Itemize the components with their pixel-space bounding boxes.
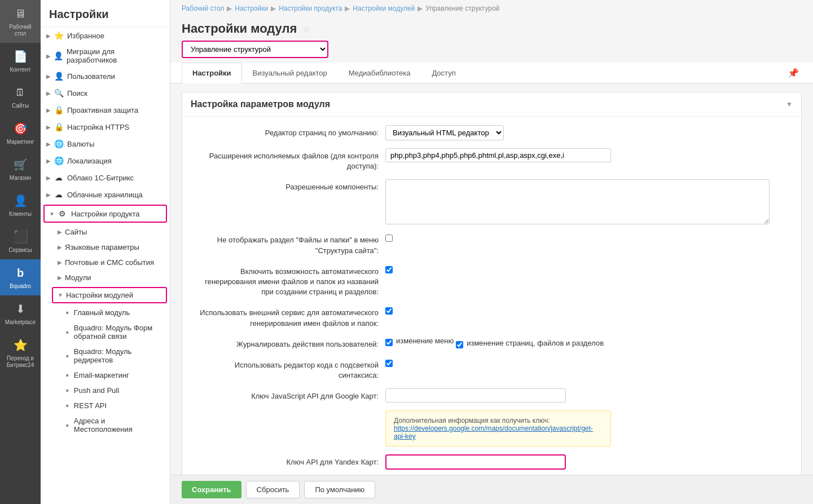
tab-visual-editor[interactable]: Визуальный редактор xyxy=(242,63,338,83)
sidebar-item-content[interactable]: 📄 Контент xyxy=(0,43,41,79)
sidebar-item-sites[interactable]: 🗓 Сайты xyxy=(0,79,41,115)
menu-item-addresses[interactable]: ■ Адреса и Местоположения xyxy=(41,413,170,437)
marketing-icon: 🎯 xyxy=(12,121,28,136)
arrow-icon: ▶ xyxy=(46,90,51,96)
code-editor-control xyxy=(385,357,790,367)
menu-item-product-settings[interactable]: ▼ ⚙ Настройки продукта xyxy=(45,206,166,222)
bitrix24-icon: ⭐ xyxy=(12,337,28,353)
breadcrumb-desktop[interactable]: Рабочий стол xyxy=(182,5,224,12)
menu-item-search[interactable]: ▶ 🔍 Поиск xyxy=(41,85,170,101)
favorites-icon: ⭐ xyxy=(54,30,64,41)
menu-item-bquadro-forms[interactable]: ■ Bquadro: Модуль Форм обратной связи xyxy=(41,320,170,344)
breadcrumb-module-settings[interactable]: Настройки модулей xyxy=(353,5,415,12)
sidebar-item-marketing[interactable]: 🎯 Маркетинг xyxy=(0,115,41,151)
auto-generate-label: Включить возможность автоматического ген… xyxy=(194,264,385,298)
settings-panel: Настройка параметров модуля ▼ Редактор с… xyxy=(182,92,802,475)
code-editor-checkbox[interactable] xyxy=(385,360,393,367)
menu-item-push-pull[interactable]: ■ Push and Pull xyxy=(41,383,170,398)
file-extensions-control xyxy=(385,148,790,162)
menu-item-module-settings[interactable]: ▼ Настройки модулей xyxy=(53,288,166,302)
google-maps-label: Ключ JavaScript API для Google Карт: xyxy=(194,388,385,401)
menu-item-rest-api[interactable]: ■ REST API xyxy=(41,398,170,413)
log-actions-label: Журналировать действия пользователей: xyxy=(194,337,385,350)
breadcrumb-product-settings[interactable]: Настройки продукта xyxy=(279,5,342,12)
allowed-components-textarea[interactable] xyxy=(385,179,770,224)
arrow-icon: ▶ xyxy=(46,73,51,79)
save-button[interactable]: Сохранить xyxy=(182,481,241,498)
hide-files-checkbox[interactable] xyxy=(385,235,393,242)
menu-item-users[interactable]: ▶ 👤 Пользователи xyxy=(41,68,170,85)
menu-item-migrations[interactable]: ▶ 👤 Миграции для разработчиков xyxy=(41,44,170,68)
external-service-checkbox[interactable] xyxy=(385,307,393,315)
file-extensions-row: Расширения исполняемых файлов (для контр… xyxy=(194,148,790,171)
google-info-link[interactable]: https://developers.google.com/maps/docum… xyxy=(394,425,593,440)
menu-item-mail-events[interactable]: ▶ Почтовые и СМС события xyxy=(41,255,170,270)
menu-item-favorites[interactable]: ▶ ⭐ Избранное xyxy=(41,27,170,44)
services-icon: ⬛ xyxy=(12,229,28,245)
sidebar-item-bitrix24[interactable]: ⭐ Переход в Битрикс24 xyxy=(0,331,41,374)
search-icon: 🔍 xyxy=(54,88,64,98)
page-header: Настройки модуля ☆ xyxy=(170,17,813,36)
google-maps-control xyxy=(385,388,790,403)
menu-item-main-module[interactable]: ■ Главный модуль xyxy=(41,305,170,320)
log-actions-row: Журналировать действия пользователей: из… xyxy=(194,337,790,350)
arrow-icon: ■ xyxy=(66,310,69,315)
menu-item-email-marketing[interactable]: ■ Email-маркетинг xyxy=(41,368,170,383)
default-button[interactable]: По умолчанию xyxy=(304,481,375,498)
arrow-icon: ▶ xyxy=(58,244,62,250)
menu-item-lang-params[interactable]: ▶ Языковые параметры xyxy=(41,240,170,255)
sidebar-item-clients[interactable]: 👤 Клиенты xyxy=(0,187,41,223)
pin-icon[interactable]: 📌 xyxy=(788,68,799,78)
menu-item-currency[interactable]: ▶ 🌐 Валюты xyxy=(41,135,170,152)
sidebar-item-bquadro[interactable]: b Bquadro xyxy=(0,259,41,295)
yandex-maps-label: Ключ API для Yandex Карт: xyxy=(194,454,385,467)
auto-generate-checkbox[interactable] xyxy=(385,266,393,273)
log-menu-label: изменение меню xyxy=(385,337,454,346)
breadcrumb-current: Управление структурой xyxy=(425,5,499,12)
settings-panel-header: Настройка параметров модуля ▼ xyxy=(182,92,801,117)
arrow-icon: ▶ xyxy=(46,33,51,39)
menu-item-modules[interactable]: ▶ Модули xyxy=(41,270,170,285)
collapse-icon[interactable]: ▼ xyxy=(786,100,793,108)
hide-files-label: Не отображать раздел "Файлы и папки" в м… xyxy=(194,232,385,255)
arrow-icon: ■ xyxy=(66,330,69,335)
sidebar-item-services[interactable]: ⬛ Сервисы xyxy=(0,223,41,259)
arrow-icon: ▶ xyxy=(58,275,62,281)
settings-panel-body: Редактор страниц по умолчанию: Визуальны… xyxy=(182,117,801,475)
log-menu-checkbox[interactable] xyxy=(385,339,393,346)
bquadro-icon: b xyxy=(12,265,28,281)
file-extensions-input[interactable] xyxy=(385,148,611,162)
menu-item-proactive[interactable]: ▶ 🔒 Проактивная защита xyxy=(41,101,170,118)
log-pages-label: изменение страниц, файлов и разделов xyxy=(456,339,604,348)
breadcrumb-settings[interactable]: Настройки xyxy=(235,5,268,12)
menu-item-sites-sub[interactable]: ▶ Сайты xyxy=(41,224,170,240)
menu-item-cloud[interactable]: ▶ ☁ Облако 1С-Битрикс xyxy=(41,169,170,186)
tab-access[interactable]: Доступ xyxy=(421,63,466,83)
cloud-icon: ☁ xyxy=(54,173,64,183)
shop-icon: 🛒 xyxy=(12,157,28,173)
tab-settings[interactable]: Настройки xyxy=(182,63,242,83)
https-icon: 🔒 xyxy=(54,122,64,132)
menu-item-localization[interactable]: ▶ 🌐 Локализация xyxy=(41,152,170,169)
sidebar-item-marketplace[interactable]: ⬇ Marketplace xyxy=(0,295,41,331)
tab-media-library[interactable]: Медиабиблиотека xyxy=(338,63,421,83)
yandex-maps-input[interactable] xyxy=(385,454,566,470)
log-pages-checkbox[interactable] xyxy=(456,341,463,348)
menu-item-cloud-storage[interactable]: ▶ ☁ Облачные хранилища xyxy=(41,186,170,203)
arrow-icon: ■ xyxy=(66,403,69,408)
favorite-star-icon[interactable]: ☆ xyxy=(302,24,310,34)
menu-item-bquadro-redirect[interactable]: ■ Bquadro: Модуль редиректов xyxy=(41,344,170,368)
google-maps-input[interactable] xyxy=(385,388,566,403)
arrow-icon: ▶ xyxy=(46,107,51,113)
sidebar-item-desktop[interactable]: 🖥 Рабочий стол xyxy=(0,0,41,43)
allowed-components-control xyxy=(385,179,790,224)
google-info-box: Дополнительная информация как получить к… xyxy=(385,410,611,446)
code-editor-row: Использовать редактор кода с подсветкой … xyxy=(194,357,790,381)
clients-icon: 👤 xyxy=(12,193,28,209)
module-selector[interactable]: Управление структурой xyxy=(182,41,328,58)
menu-item-https[interactable]: ▶ 🔒 Настройка HTTPS xyxy=(41,118,170,135)
page-editor-select[interactable]: Визуальный HTML редактор xyxy=(385,125,504,140)
arrow-icon: ▶ xyxy=(46,124,51,130)
sidebar-item-shop[interactable]: 🛒 Магазин xyxy=(0,151,41,187)
reset-button[interactable]: Сбросить xyxy=(246,481,300,498)
